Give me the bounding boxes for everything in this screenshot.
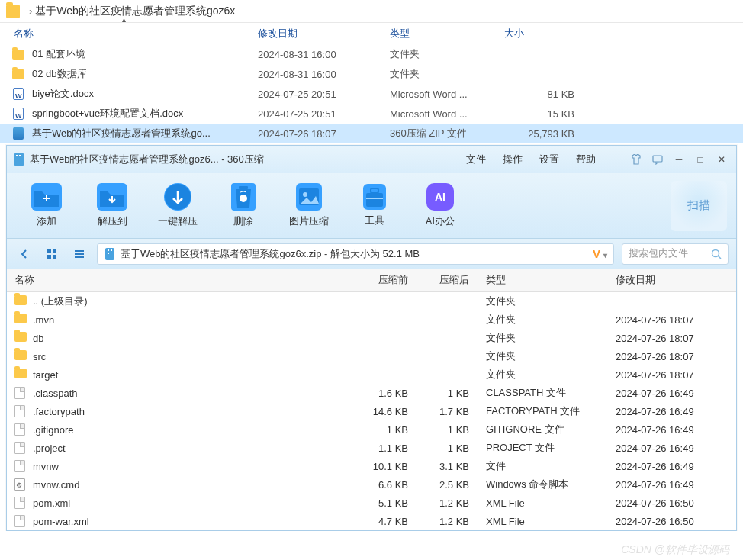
file-name: biye论文.docx [32, 87, 258, 101]
file-icon [14, 405, 27, 417]
zip-row[interactable]: .gitignore1 KB1 KBGITIGNORE 文件2024-07-26… [7, 420, 736, 439]
explorer-row[interactable]: biye论文.docx2024-07-25 20:51Microsoft Wor… [0, 84, 743, 104]
entry-type: XML File [478, 516, 608, 527]
tool-tools[interactable]: 工具 [344, 184, 405, 227]
zcol-pre[interactable]: 压缩前 [353, 274, 417, 287]
zip-row[interactable]: pom.xml5.1 KB1.2 KBXML File2024-07-26 16… [7, 494, 736, 512]
zip-toolbar: 添加 解压到 一键解压 删除 图片压缩 [7, 173, 736, 239]
zip-titlebar[interactable]: 基于Web的社区疫情志愿者管理系统goz6... - 360压缩 文件 操作 设… [7, 146, 736, 173]
explorer-breadcrumb[interactable]: › 基于Web的社区疫情志愿者管理系统goz6x [0, 0, 743, 23]
file-name: 基于Web的社区疫情志愿者管理系统go... [32, 127, 258, 140]
zip-search-input[interactable]: 搜索包内文件 [622, 243, 729, 265]
tool-pic-compress[interactable]: 图片压缩 [278, 183, 339, 228]
verify-badge[interactable]: V▾ [593, 247, 607, 260]
svg-rect-18 [75, 250, 84, 252]
col-size[interactable]: 大小 [504, 27, 596, 40]
svg-rect-21 [105, 248, 114, 260]
explorer-row[interactable]: springboot+vue环境配置文档.docx2024-07-25 20:5… [0, 104, 743, 124]
folder-icon [14, 350, 27, 362]
tool-oneclick-label: 一键解压 [158, 215, 198, 228]
menu-file[interactable]: 文件 [466, 153, 486, 166]
minimize-button[interactable]: ─ [671, 153, 687, 166]
entry-size-post: 3.1 KB [417, 461, 478, 472]
zip-icon [12, 127, 24, 140]
file-type: 360压缩 ZIP 文件 [390, 127, 504, 140]
svg-rect-7 [239, 186, 248, 189]
entry-name: .. (上级目录) [33, 294, 353, 308]
tool-ai[interactable]: AI AI办公 [410, 183, 471, 228]
zip-path-field[interactable]: 基于Web的社区疫情志愿者管理系统goz6x.zip - 解包大小为 52.1 … [97, 243, 614, 265]
zip-row[interactable]: db文件夹2024-07-26 18:07 [7, 329, 736, 347]
file-icon [14, 460, 27, 472]
explorer-column-headers: ▴ 名称 修改日期 类型 大小 [0, 23, 743, 44]
entry-name: target [33, 369, 353, 381]
zip-file-list: .. (上级目录)文件夹.mvn文件夹2024-07-26 18:07db文件夹… [7, 292, 736, 530]
tool-oneclick[interactable]: 一键解压 [147, 183, 208, 228]
entry-type: XML File [478, 497, 608, 509]
tool-delete[interactable]: 删除 [213, 183, 274, 228]
close-button[interactable]: ✕ [713, 153, 730, 166]
folder-icon [12, 68, 24, 80]
col-name[interactable]: 名称 [0, 27, 258, 40]
folder-icon [14, 295, 27, 307]
entry-size-post: 1.2 KB [417, 516, 478, 527]
entry-type: 文件夹 [478, 313, 608, 327]
entry-size-pre: 10.1 KB [353, 461, 417, 472]
svg-point-25 [712, 249, 719, 256]
entry-size-pre: 6.6 KB [353, 479, 417, 491]
zip-row[interactable]: pom-war.xml4.7 KB1.2 KBXML File2024-07-2… [7, 512, 736, 530]
file-date: 2024-07-26 18:07 [258, 128, 390, 140]
explorer-row[interactable]: 01 配套环境2024-08-31 16:00文件夹 [0, 44, 743, 64]
entry-name: pom.xml [33, 497, 353, 509]
menu-settings[interactable]: 设置 [539, 153, 559, 166]
zip-row[interactable]: .mvn文件夹2024-07-26 18:07 [7, 311, 736, 329]
entry-size-post: 1 KB [417, 443, 478, 454]
feedback-icon[interactable] [649, 153, 666, 166]
svg-rect-24 [108, 253, 109, 254]
file-date: 2024-07-25 20:51 [258, 108, 390, 120]
col-date[interactable]: 修改日期 [258, 27, 390, 40]
extract-icon [97, 183, 127, 211]
doc-icon [12, 88, 24, 100]
zcol-name[interactable]: 名称 [7, 274, 353, 287]
zip-row[interactable]: target文件夹2024-07-26 18:07 [7, 365, 736, 384]
entry-name: .mvn [33, 314, 353, 326]
zip-row[interactable]: .factorypath14.6 KB1.7 KBFACTORYPATH 文件2… [7, 402, 736, 420]
zip-row[interactable]: src文件夹2024-07-26 18:07 [7, 347, 736, 365]
svg-rect-12 [371, 188, 378, 193]
file-name: 01 配套环境 [32, 47, 258, 61]
zip-row[interactable]: mvnw10.1 KB3.1 KB文件2024-07-26 16:49 [7, 457, 736, 475]
zip-row[interactable]: .. (上级目录)文件夹 [7, 292, 736, 311]
file-type: 文件夹 [390, 67, 504, 81]
zip-row[interactable]: mvnw.cmd6.6 KB2.5 KBWindows 命令脚本2024-07-… [7, 475, 736, 494]
maximize-button[interactable]: □ [692, 153, 709, 166]
zcol-post[interactable]: 压缩后 [417, 274, 478, 287]
file-date: 2024-08-31 16:00 [258, 69, 390, 80]
zip-row[interactable]: .classpath1.6 KB1 KBCLASSPATH 文件2024-07-… [7, 384, 736, 402]
menu-operate[interactable]: 操作 [503, 153, 523, 166]
zip-pathbar: 基于Web的社区疫情志愿者管理系统goz6x.zip - 解包大小为 52.1 … [7, 239, 736, 269]
nav-back-button[interactable] [14, 244, 34, 264]
svg-rect-15 [53, 249, 56, 253]
zcol-type[interactable]: 类型 [478, 274, 608, 287]
entry-name: .project [33, 443, 353, 454]
entry-size-pre: 5.1 KB [353, 497, 417, 509]
tool-delete-label: 删除 [233, 215, 253, 228]
menu-help[interactable]: 帮助 [576, 153, 596, 166]
explorer-row[interactable]: 02 db数据库2024-08-31 16:00文件夹 [0, 64, 743, 84]
tool-add[interactable]: 添加 [16, 183, 77, 228]
nav-view-list-button[interactable] [69, 244, 89, 264]
col-type[interactable]: 类型 [390, 27, 504, 40]
tool-extract[interactable]: 解压到 [82, 183, 143, 228]
entry-size-pre: 1.1 KB [353, 443, 417, 454]
zcol-date[interactable]: 修改日期 [608, 274, 722, 287]
entry-size-pre: 1 KB [353, 424, 417, 436]
shirt-icon[interactable] [628, 153, 645, 166]
explorer-row[interactable]: 基于Web的社区疫情志愿者管理系统go...2024-07-26 18:0736… [0, 124, 743, 143]
scan-badge[interactable]: 扫描 [671, 181, 727, 231]
nav-view-icons-button[interactable] [42, 244, 62, 264]
app-icon [13, 153, 25, 166]
zip-row[interactable]: .project1.1 KB1 KBPROJECT 文件2024-07-26 1… [7, 439, 736, 457]
zip-title: 基于Web的社区疫情志愿者管理系统goz6... - 360压缩 [30, 153, 264, 166]
sort-caret-icon: ▴ [122, 15, 126, 24]
